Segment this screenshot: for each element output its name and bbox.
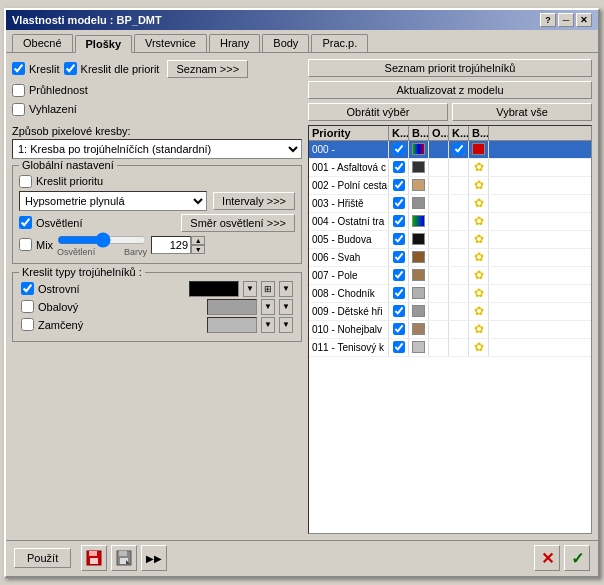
table-row[interactable]: 011 - Tenisový k ✿ xyxy=(309,339,591,357)
row-k-checkbox[interactable] xyxy=(393,341,405,353)
ostrovni-grid-btn[interactable]: ⊞ xyxy=(261,281,275,297)
cell-k2 xyxy=(449,213,469,230)
obalovy-dropdown-btn[interactable]: ▼ xyxy=(261,299,275,315)
row-k-checkbox[interactable] xyxy=(393,251,405,263)
row-k-checkbox[interactable] xyxy=(393,215,405,227)
close-button[interactable]: ✕ xyxy=(576,13,592,27)
barvy-sublabel: Barvy xyxy=(124,247,147,257)
cell-priority: 010 - Nohejbalv xyxy=(309,321,389,338)
row-k-checkbox[interactable] xyxy=(393,233,405,245)
intervaly-button[interactable]: Intervaly >>> xyxy=(213,192,295,210)
mix-checkbox[interactable] xyxy=(19,238,32,251)
save2-icon-button[interactable] xyxy=(111,545,137,571)
smer-osvetleni-button[interactable]: Směr osvětlení >>> xyxy=(181,214,295,232)
kreslit-dle-priorit-checkbox[interactable] xyxy=(64,62,77,75)
zamceny-dropdown-btn2[interactable]: ▼ xyxy=(279,317,293,333)
mix-spin-down[interactable]: ▼ xyxy=(191,245,205,254)
cell-k2 xyxy=(449,321,469,338)
cell-b2: ✿ xyxy=(469,285,489,302)
vybrat-vse-button[interactable]: Vybrat vše xyxy=(452,103,592,121)
table-row[interactable]: 010 - Nohejbalv ✿ xyxy=(309,321,591,339)
row-k-checkbox[interactable] xyxy=(393,143,405,155)
help-button[interactable]: ? xyxy=(540,13,556,27)
tab-obecne[interactable]: Obecné xyxy=(12,34,73,52)
row-k-checkbox[interactable] xyxy=(393,179,405,191)
ostrovni-color-btn1[interactable]: ▼ xyxy=(243,281,257,297)
cell-b2: ✿ xyxy=(469,213,489,230)
row-k-checkbox[interactable] xyxy=(393,197,405,209)
row-k2-checkbox[interactable] xyxy=(453,143,465,155)
cell-priority: 011 - Tenisový k xyxy=(309,339,389,356)
pruhlednost-checkbox[interactable] xyxy=(12,84,25,97)
zamceny-dropdown-btn[interactable]: ▼ xyxy=(261,317,275,333)
cell-b2: ✿ xyxy=(469,159,489,176)
cancel-button[interactable]: ✕ xyxy=(534,545,560,571)
cell-o xyxy=(429,213,449,230)
tab-plosky[interactable]: Plošky xyxy=(75,35,132,53)
tab-hrany[interactable]: Hrany xyxy=(209,34,260,52)
obalovy-dropdown-btn2[interactable]: ▼ xyxy=(279,299,293,315)
table-row[interactable]: 003 - Hřiště ✿ xyxy=(309,195,591,213)
seznam-button[interactable]: Seznam >>> xyxy=(167,60,248,78)
cell-k xyxy=(389,267,409,284)
cell-o xyxy=(429,249,449,266)
tab-body[interactable]: Body xyxy=(262,34,309,52)
minimize-button[interactable]: ─ xyxy=(558,13,574,27)
cell-b2: ✿ xyxy=(469,303,489,320)
ostrovni-dropdown-btn[interactable]: ▼ xyxy=(279,281,293,297)
zamceny-checkbox[interactable] xyxy=(21,318,34,331)
row-k-checkbox[interactable] xyxy=(393,323,405,335)
sun-icon: ✿ xyxy=(474,268,484,282)
obratit-button[interactable]: Obrátit výběr xyxy=(308,103,448,121)
table-row[interactable]: 005 - Budova ✿ xyxy=(309,231,591,249)
row-k-checkbox[interactable] xyxy=(393,287,405,299)
table-row[interactable]: 006 - Svah ✿ xyxy=(309,249,591,267)
zamceny-row: Zamčený ▼ ▼ xyxy=(21,317,293,333)
cell-k xyxy=(389,159,409,176)
cell-b2: ✿ xyxy=(469,231,489,248)
kreslit-prioritu-checkbox[interactable] xyxy=(19,175,32,188)
forward-icon-button[interactable]: ▶▶ xyxy=(141,545,167,571)
kreslit-prioritu-row: Kreslit prioritu xyxy=(19,174,295,189)
ok-button[interactable]: ✓ xyxy=(564,545,590,571)
row-k-checkbox[interactable] xyxy=(393,161,405,173)
hypsometrie-select[interactable]: Hypsometrie plynulá xyxy=(19,191,207,211)
vyhlazeni-checkbox[interactable] xyxy=(12,103,25,116)
seznam-priorit-button[interactable]: Seznam priorit trojúhelníků xyxy=(308,59,592,77)
mix-row: Mix Osvětlení Barvy 129 ▲ ▼ xyxy=(19,233,295,257)
mix-slider[interactable] xyxy=(57,233,147,247)
svg-rect-1 xyxy=(89,551,97,556)
table-row[interactable]: 007 - Pole ✿ xyxy=(309,267,591,285)
ostrovni-color-swatch[interactable] xyxy=(189,281,239,297)
ostrovni-checkbox[interactable] xyxy=(21,282,34,295)
cell-b xyxy=(409,231,429,248)
table-row[interactable]: 001 - Asfaltová c ✿ xyxy=(309,159,591,177)
obalovy-checkbox[interactable] xyxy=(21,300,34,313)
row-k-checkbox[interactable] xyxy=(393,305,405,317)
mix-spin-up[interactable]: ▲ xyxy=(191,236,205,245)
vyhlazeni-label: Vyhlazení xyxy=(29,103,77,115)
tab-vrstevnice[interactable]: Vrstevnice xyxy=(134,34,207,52)
svg-rect-2 xyxy=(90,558,98,564)
cell-o xyxy=(429,195,449,212)
table-row[interactable]: 009 - Dětské hři ✿ xyxy=(309,303,591,321)
zamceny-color-swatch[interactable] xyxy=(207,317,257,333)
aktualizovat-button[interactable]: Aktualizovat z modelu xyxy=(308,81,592,99)
table-row[interactable]: 004 - Ostatní tra ✿ xyxy=(309,213,591,231)
row-k-checkbox[interactable] xyxy=(393,269,405,281)
pouzit-button[interactable]: Použít xyxy=(14,548,71,568)
sun-icon: ✿ xyxy=(474,322,484,336)
table-row[interactable]: 000 - xyxy=(309,141,591,159)
mix-value-input[interactable]: 129 xyxy=(151,236,191,254)
save-icon-button[interactable] xyxy=(81,545,107,571)
cell-o xyxy=(429,177,449,194)
obalovy-color-swatch[interactable] xyxy=(207,299,257,315)
table-row[interactable]: 002 - Polní cesta ✿ xyxy=(309,177,591,195)
cell-k xyxy=(389,285,409,302)
table-row[interactable]: 008 - Chodník ✿ xyxy=(309,285,591,303)
osvetleni-checkbox[interactable] xyxy=(19,216,32,229)
tab-pracp[interactable]: Prac.p. xyxy=(311,34,368,52)
cell-priority: 006 - Svah xyxy=(309,249,389,266)
kreslit-checkbox[interactable] xyxy=(12,62,25,75)
kresby-select[interactable]: 1: Kresba po trojúhelníčích (standardní) xyxy=(12,139,302,159)
